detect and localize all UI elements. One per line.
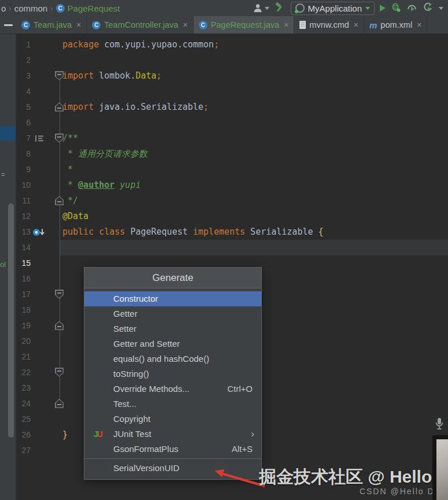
code-token: lombok. (94, 71, 135, 81)
fold-marker[interactable] (55, 134, 64, 143)
code-line: @Data (62, 209, 448, 224)
run-configuration-select[interactable]: MyApplication (291, 2, 375, 15)
class-icon (56, 4, 65, 13)
close-icon[interactable]: × (284, 20, 288, 29)
tab-label: PageRequest.java (211, 20, 280, 29)
close-icon[interactable]: × (417, 20, 421, 29)
code-line: import lombok.Data; (62, 68, 448, 84)
code-line: * @author yupi (62, 177, 448, 193)
code-line: /** (62, 131, 448, 146)
menu-item-getter-and-setter[interactable]: Getter and Setter (84, 336, 261, 351)
fold-marker[interactable] (55, 290, 64, 299)
code-token: yupi (114, 180, 140, 190)
microphone-icon (435, 417, 444, 434)
close-icon[interactable]: × (183, 20, 187, 29)
tab-pagerequest-java[interactable]: PageRequest.java× (194, 16, 295, 34)
code-token: * (62, 164, 73, 175)
generate-popup: Generate ConstructorGetterSetterGetter a… (84, 267, 262, 480)
breadcrumb-item[interactable]: PageRequest (68, 3, 120, 13)
implement-marker-icon[interactable] (32, 228, 46, 239)
hide-toolwindow-icon[interactable] (0, 16, 16, 34)
fold-marker[interactable] (55, 71, 64, 80)
line-number: 24 (16, 396, 31, 412)
breadcrumb-item[interactable]: common (14, 3, 48, 13)
menu-item-tostring-[interactable]: toString() (84, 366, 261, 382)
chevron-down-icon (265, 7, 269, 10)
tab-teamcontroller-java[interactable]: TeamController.java× (87, 16, 193, 34)
submenu-arrow-icon: › (251, 427, 261, 441)
code-token: ; (214, 39, 219, 50)
class-icon (199, 21, 208, 29)
code-token: ; (157, 71, 162, 81)
line-number: 3 (16, 68, 31, 84)
tab-label: pom.xml (380, 20, 412, 29)
menu-item-override-methods-[interactable]: Override Methods...Ctrl+O (84, 382, 261, 397)
run-configuration-name: MyApplication (308, 3, 362, 13)
fold-marker[interactable] (55, 368, 64, 377)
code-line: * (62, 162, 448, 177)
project-scrollbar[interactable] (8, 203, 14, 438)
fold-marker[interactable] (55, 102, 64, 112)
menu-item-equals-and-hashcode-[interactable]: equals() and hashCode() (84, 351, 261, 366)
class-icon (92, 21, 101, 29)
line-number: 9 (16, 162, 31, 177)
menu-item-copyright[interactable]: Copyright (84, 412, 261, 427)
line-number: 8 (16, 146, 31, 162)
more-actions-chevron-icon[interactable] (439, 7, 443, 10)
sort-lines-icon[interactable] (35, 134, 45, 145)
menu-item-setter[interactable]: Setter (84, 321, 261, 336)
menu-item-label: SerialVersionUID (113, 461, 179, 476)
code-line: package com.yupi.yupao.common; (62, 37, 448, 53)
line-number: 10 (16, 177, 31, 193)
menu-item-label: Getter (113, 306, 138, 321)
line-number: 16 (16, 271, 31, 287)
tab-team-java[interactable]: Team.java× (16, 16, 87, 34)
close-icon[interactable]: × (354, 20, 358, 29)
line-number: 25 (16, 412, 31, 427)
project-selection-highlight (0, 126, 16, 140)
menu-item-label: Setter (113, 321, 136, 336)
code-token: Data (135, 71, 156, 81)
code-token: } (62, 429, 68, 440)
code-token: import (62, 102, 94, 112)
profiler-button[interactable] (406, 2, 417, 14)
run-button[interactable] (380, 5, 386, 12)
build-hammer-icon[interactable] (275, 2, 286, 15)
line-number: 18 (16, 302, 31, 318)
menu-item-test-[interactable]: Test... (84, 397, 261, 412)
debug-button[interactable] (391, 2, 401, 14)
tab-label: TeamController.java (104, 20, 178, 29)
watermark-main: 掘金技术社区 @ HelloDam (259, 465, 448, 489)
junit-icon: JU (94, 427, 102, 442)
breadcrumb: o›common›PageRequest (0, 3, 120, 13)
chevron-separator-icon: › (50, 4, 53, 13)
tab-mvnw-cmd[interactable]: mvnw.cmd× (294, 16, 364, 34)
code-token: java.io.Serializable (94, 102, 203, 112)
tab-label: mvnw.cmd (309, 20, 349, 29)
menu-item-junit-test[interactable]: JUJUnit Test› (84, 427, 261, 442)
file-icon (299, 21, 306, 29)
menu-item-label: Copyright (113, 412, 150, 427)
close-icon[interactable]: × (76, 20, 81, 29)
user-icon[interactable] (253, 3, 269, 13)
fold-marker[interactable] (55, 399, 64, 408)
project-panel-sliver[interactable]: = ol (0, 34, 16, 500)
menu-separator (84, 458, 261, 459)
rerun-coverage-button[interactable] (423, 2, 434, 14)
line-number: 12 (16, 209, 31, 224)
breadcrumb-item[interactable]: o (1, 3, 6, 13)
menu-item-serialversionuid[interactable]: SerialVersionUID (84, 461, 261, 476)
menu-item-shortcut: Alt+S (232, 442, 261, 457)
fold-marker[interactable] (55, 196, 64, 205)
line-number: 14 (16, 240, 31, 255)
menu-item-label: Override Methods... (113, 382, 190, 397)
code-token: PageRequest (125, 227, 192, 237)
menu-item-label: GsonFormatPlus (113, 442, 179, 457)
spring-boot-icon (295, 3, 305, 13)
tab-pom-xml[interactable]: pom.xml× (364, 16, 427, 34)
code-token: 通用分页请求参数 (78, 149, 147, 159)
menu-item-getter[interactable]: Getter (84, 306, 261, 321)
menu-item-gsonformatplus[interactable]: GsonFormatPlusAlt+S (84, 442, 261, 457)
fold-marker[interactable] (55, 321, 64, 330)
menu-item-constructor[interactable]: Constructor (84, 291, 261, 306)
